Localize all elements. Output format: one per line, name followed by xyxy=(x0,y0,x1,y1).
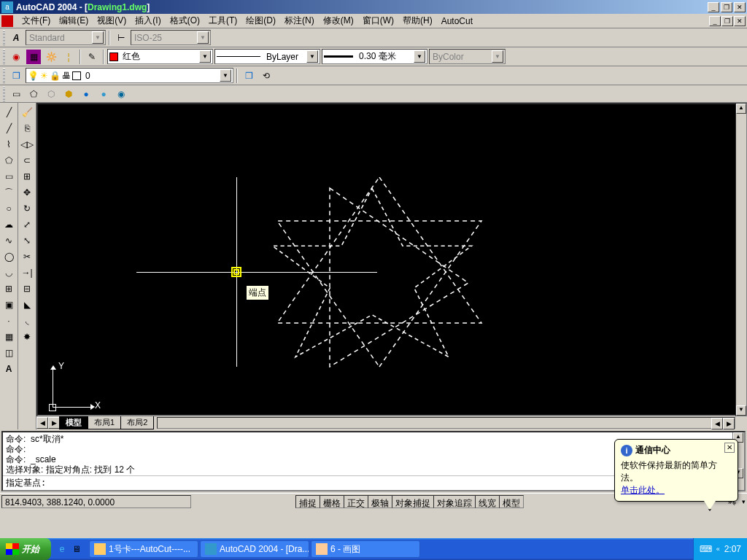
start-button[interactable]: 开始 xyxy=(0,538,51,560)
menu-insert[interactable]: 插入(I) xyxy=(131,13,165,28)
clock[interactable]: 2:07 xyxy=(724,544,741,554)
scroll-left-icon[interactable]: ◀ xyxy=(36,417,48,429)
mirror-icon[interactable]: ◁▷ xyxy=(19,136,35,152)
fillet-icon[interactable]: ◟ xyxy=(19,313,35,329)
ellipse-arc-icon[interactable]: ◡ xyxy=(1,265,17,281)
insert-block-icon[interactable]: ⊞ xyxy=(1,281,17,297)
ortho-toggle[interactable]: 正交 xyxy=(344,495,368,508)
shade-icon[interactable]: 🔆 xyxy=(43,49,59,65)
menu-dimension[interactable]: 标注(N) xyxy=(280,13,319,28)
layer-manager-icon[interactable]: ❒ xyxy=(8,68,24,84)
render-icon[interactable]: ◉ xyxy=(8,49,24,65)
otrack-toggle[interactable]: 对象追踪 xyxy=(433,495,476,508)
pline-icon[interactable]: ⌇ xyxy=(1,136,17,152)
desktop-icon[interactable]: 🖥 xyxy=(70,541,83,557)
plotstyle-dropdown[interactable]: ByColor ▼ xyxy=(429,49,506,64)
erase-icon[interactable]: 🧹 xyxy=(19,104,35,120)
vertical-scrollbar[interactable]: ▲ ▼ xyxy=(735,103,747,416)
rectangle-icon[interactable]: ▭ xyxy=(1,168,17,184)
menu-edit[interactable]: 编辑(E) xyxy=(55,13,93,28)
view-3d-gouraud-icon[interactable]: ● xyxy=(96,86,112,102)
dropdown-arrow-icon[interactable]: ▼ xyxy=(220,69,231,82)
doc-close-button[interactable]: ✕ xyxy=(734,16,746,26)
trim-icon[interactable]: ✂ xyxy=(19,249,35,265)
extend-icon[interactable]: →| xyxy=(19,265,35,281)
point-icon[interactable]: · xyxy=(1,313,17,329)
scroll-right-icon[interactable]: ▶ xyxy=(48,417,60,429)
tray-keyboard-icon[interactable]: ⌨ xyxy=(700,544,712,554)
text-style-icon[interactable]: A xyxy=(8,30,24,46)
balloon-close-button[interactable]: ✕ xyxy=(724,443,735,453)
stretch-icon[interactable]: ⤡ xyxy=(19,233,35,249)
taskbar-item-1[interactable]: 1号卡---AutoCut----... xyxy=(89,540,198,558)
grip-icon[interactable] xyxy=(3,31,5,45)
lwt-toggle[interactable]: 线宽 xyxy=(475,495,500,508)
make-block-icon[interactable]: ▣ xyxy=(1,297,17,313)
menu-file[interactable]: 文件(F) xyxy=(18,13,55,28)
osnap-toggle[interactable]: 对象捕捉 xyxy=(392,495,434,508)
close-button[interactable]: ✕ xyxy=(734,2,746,12)
menu-modify[interactable]: 修改(M) xyxy=(319,13,358,28)
taskbar-item-2[interactable]: AutoCAD 2004 - [Dra... xyxy=(200,540,309,558)
xline-icon[interactable]: ╱ xyxy=(1,120,17,136)
view-3d-hidden-icon[interactable]: ⬢ xyxy=(61,86,77,102)
menu-format[interactable]: 格式(O) xyxy=(166,13,204,28)
dropdown-arrow-icon[interactable]: ▼ xyxy=(414,50,425,63)
layer-previous-icon[interactable]: ❒ xyxy=(241,68,257,84)
layout1-tab[interactable]: 布局1 xyxy=(88,416,121,429)
break-icon[interactable]: ⊟ xyxy=(19,281,35,297)
move-icon[interactable]: ✥ xyxy=(19,184,35,201)
circle-icon[interactable]: ○ xyxy=(1,201,17,217)
modelspace-toggle[interactable]: 模型 xyxy=(499,495,524,508)
line-icon[interactable]: ╱ xyxy=(1,104,17,120)
layer-dropdown[interactable]: 💡 ☀ 🔒 🖶 0 ▼ xyxy=(26,68,233,83)
view-2d-icon[interactable]: ▭ xyxy=(8,86,24,102)
tray-arrow-icon[interactable]: ▾ xyxy=(742,498,746,505)
spline-icon[interactable]: ∿ xyxy=(1,233,17,249)
grip-icon[interactable] xyxy=(3,69,5,83)
menu-draw[interactable]: 绘图(D) xyxy=(241,13,280,28)
dim-style-dropdown[interactable]: ISO-25 ▼ xyxy=(131,30,211,45)
balloon-link[interactable]: 单击此处。 xyxy=(621,485,665,495)
grid-toggle[interactable]: 栅格 xyxy=(320,495,344,508)
model-tab[interactable]: 模型 xyxy=(59,416,88,429)
copy-icon[interactable]: ⎘ xyxy=(19,120,35,136)
doc-icon[interactable] xyxy=(1,15,13,27)
polar-toggle[interactable]: 极轴 xyxy=(368,495,392,508)
coordinates-display[interactable]: 814.9403, 388.1240, 0.0000 xyxy=(1,495,191,508)
minimize-button[interactable]: _ xyxy=(708,2,719,12)
tray-expand-icon[interactable]: « xyxy=(716,545,720,553)
ellipse-icon[interactable]: ◯ xyxy=(1,249,17,265)
explode-icon[interactable]: ✸ xyxy=(19,329,35,345)
scale-icon[interactable]: ⤢ xyxy=(19,217,35,233)
array-icon[interactable]: ⊞ xyxy=(19,168,35,184)
menu-view[interactable]: 视图(V) xyxy=(93,13,131,28)
lineweight-dropdown[interactable]: 0.30 毫米 ▼ xyxy=(322,49,427,64)
doc-minimize-button[interactable]: _ xyxy=(709,16,721,26)
taskbar-item-3[interactable]: 6 - 画图 xyxy=(311,540,420,558)
hide-icon[interactable]: ▦ xyxy=(26,49,42,65)
dropdown-arrow-icon[interactable]: ▼ xyxy=(492,50,503,63)
dropdown-arrow-icon[interactable]: ▼ xyxy=(197,31,209,44)
snap-toggle[interactable]: 捕捉 xyxy=(295,495,320,508)
layout2-tab[interactable]: 布局2 xyxy=(120,416,154,429)
region-icon[interactable]: ◫ xyxy=(1,345,17,361)
polygon-icon[interactable]: ⬠ xyxy=(1,152,17,168)
menu-tools[interactable]: 工具(T) xyxy=(204,13,241,28)
match-props-icon[interactable]: ✎ xyxy=(84,49,100,65)
mtext-icon[interactable]: A xyxy=(1,361,17,377)
view-3d-flat-icon[interactable]: ● xyxy=(78,86,94,102)
horizontal-scrollbar[interactable]: ◀ ▶ xyxy=(157,417,735,429)
revcloud-icon[interactable]: ☁ xyxy=(1,217,17,233)
view-3d-realistic-icon[interactable]: ◉ xyxy=(113,86,129,102)
arc-icon[interactable]: ⌒ xyxy=(1,184,17,201)
maximize-button[interactable]: ❐ xyxy=(721,2,732,12)
offset-icon[interactable]: ⊂ xyxy=(19,152,35,168)
hatch-icon[interactable]: ▦ xyxy=(1,329,17,345)
linetype-dropdown[interactable]: ByLayer ▼ xyxy=(214,49,320,64)
dropdown-arrow-icon[interactable]: ▼ xyxy=(199,50,211,63)
grip-icon[interactable] xyxy=(3,50,5,64)
dropdown-arrow-icon[interactable]: ▼ xyxy=(92,31,104,44)
layer-states-icon[interactable]: ⟲ xyxy=(258,68,274,84)
view-perspective-icon[interactable]: ⬠ xyxy=(26,86,42,102)
